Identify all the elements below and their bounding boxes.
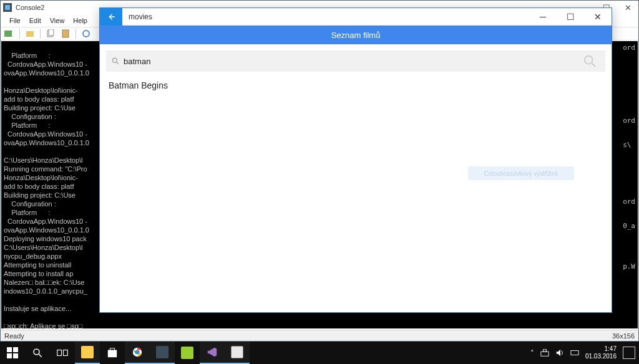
toolbar-separator [76, 29, 76, 39]
movies-minimize-button[interactable]: ─ [529, 8, 557, 26]
console2-close-button[interactable]: ✕ [617, 1, 638, 14]
snip-overlay-label: Celoobrazovkový výstřižek [484, 170, 558, 177]
taskbar-app-chrome[interactable] [125, 342, 150, 364]
menu-help[interactable]: Help [69, 16, 91, 26]
svg-rect-0 [5, 5, 10, 10]
svg-rect-21 [108, 350, 117, 358]
keyboard-icon[interactable] [570, 348, 579, 357]
toolbar-paste-icon[interactable] [59, 28, 72, 39]
task-view-icon [57, 347, 68, 358]
svg-point-11 [585, 56, 593, 64]
taskbar-app-notepadpp[interactable] [175, 342, 200, 364]
console2-app-icon [3, 3, 12, 12]
toolbar-open-icon[interactable] [24, 28, 36, 39]
taskbar-app-file-explorer[interactable] [75, 342, 100, 364]
search-icon [32, 347, 43, 358]
taskbar-search-button[interactable] [25, 342, 50, 364]
magnifier-icon [583, 54, 597, 68]
volume-icon[interactable] [555, 348, 564, 357]
action-center-icon[interactable] [623, 347, 635, 359]
terminal-text-right: ord ord s\ ord 0_a p.W [623, 44, 635, 271]
svg-rect-20 [64, 350, 68, 356]
svg-rect-15 [7, 353, 12, 358]
svg-rect-5 [49, 29, 54, 36]
menu-view[interactable]: View [46, 16, 69, 26]
terminal-text-left: Platform : CordovaApp.Windows10 - ovaApp… [4, 52, 89, 328]
result-title: Batman Begins [109, 80, 168, 90]
movies-titlebar[interactable]: movies ─ ☐ ✕ [100, 8, 612, 26]
status-size: 36x156 [612, 332, 635, 340]
snip-overlay-button[interactable]: Celoobrazovkový výstřižek [468, 166, 574, 180]
toolbar-settings-icon[interactable] [80, 28, 92, 39]
svg-rect-3 [26, 31, 34, 37]
chrome-icon [132, 347, 143, 358]
svg-rect-29 [571, 351, 578, 355]
svg-rect-19 [57, 350, 62, 356]
movies-header-title: Seznam filmů [331, 31, 381, 40]
svg-rect-26 [541, 352, 549, 356]
svg-point-7 [83, 31, 89, 37]
search-result-item[interactable]: Batman Begins [100, 72, 612, 99]
taskbar-app-movies[interactable] [225, 342, 250, 364]
toolbar-separator [19, 29, 20, 39]
svg-rect-14 [13, 347, 18, 352]
status-ready: Ready [4, 332, 24, 340]
movies-maximize-button[interactable]: ☐ [557, 8, 584, 26]
toolbar-separator [40, 29, 41, 39]
svg-rect-16 [13, 353, 18, 358]
windows-logo-icon [7, 347, 18, 358]
windows-taskbar: ˄ 1:47 01.03.2016 [0, 342, 639, 364]
svg-text:▾: ▾ [10, 29, 12, 34]
start-button[interactable] [0, 342, 25, 364]
toolbar-copy-icon[interactable] [44, 28, 57, 39]
svg-marker-25 [208, 348, 217, 357]
taskbar-app-visual-studio[interactable] [200, 342, 225, 364]
console2-statusbar: Ready 36x156 [1, 330, 638, 341]
clock-date: 01.03.2016 [585, 353, 617, 360]
visual-studio-icon [207, 347, 218, 358]
movies-window: movies ─ ☐ ✕ Seznam filmů Batman Begins [99, 7, 612, 313]
svg-rect-27 [543, 350, 546, 352]
search-submit-button[interactable] [579, 50, 600, 72]
network-icon[interactable] [540, 348, 549, 357]
store-icon [107, 347, 118, 358]
back-button[interactable] [100, 8, 122, 26]
svg-marker-28 [557, 350, 560, 357]
movies-close-button[interactable]: ✕ [584, 8, 612, 26]
toolbar-new-tab-icon[interactable]: ▾ [3, 28, 16, 39]
svg-rect-6 [62, 30, 69, 37]
console2-title: Console2 [16, 4, 44, 11]
svg-rect-13 [7, 347, 12, 352]
tray-clock[interactable]: 1:47 01.03.2016 [585, 345, 617, 360]
clock-time: 1:47 [585, 345, 617, 353]
movies-header: Seznam filmů [100, 26, 612, 44]
system-tray: ˄ 1:47 01.03.2016 [530, 345, 639, 360]
taskbar-app-console2[interactable] [150, 342, 175, 364]
taskbar-app-store[interactable] [100, 342, 125, 364]
search-box[interactable] [106, 50, 605, 72]
svg-line-18 [39, 354, 42, 357]
menu-file[interactable]: File [6, 16, 24, 26]
task-view-button[interactable] [50, 342, 75, 364]
arrow-left-icon [106, 12, 116, 22]
svg-line-10 [117, 62, 119, 64]
movies-window-title: movies [129, 12, 152, 21]
search-input[interactable] [124, 57, 579, 66]
svg-point-9 [112, 58, 117, 62]
svg-line-12 [592, 64, 596, 67]
svg-point-17 [34, 349, 39, 355]
menu-edit[interactable]: Edit [26, 16, 45, 26]
search-icon [111, 57, 120, 65]
tray-expand-icon[interactable]: ˄ [530, 349, 534, 357]
